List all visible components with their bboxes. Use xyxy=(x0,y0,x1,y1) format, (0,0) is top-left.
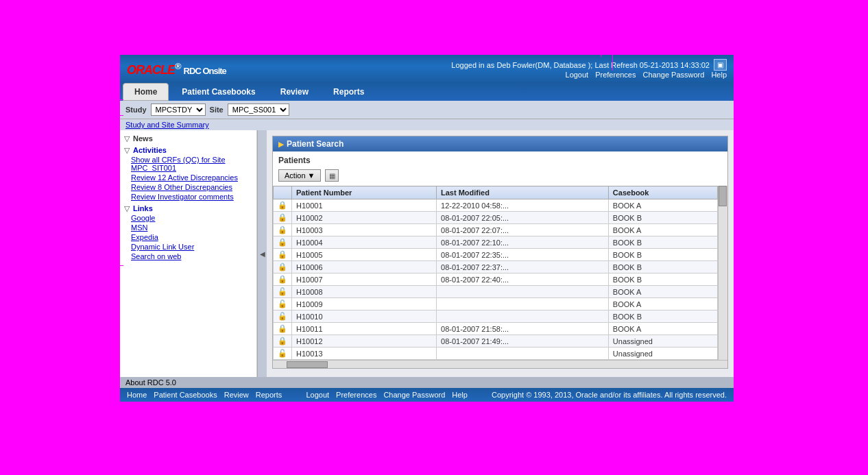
tab-reports[interactable]: Reports xyxy=(322,83,376,101)
table-row[interactable]: 🔒 H10003 08-01-2007 22:07:... BOOK A xyxy=(274,224,718,236)
logo-area: ORACLE® RDC Onsite xyxy=(127,61,226,77)
site-select[interactable]: MPC_SS001 xyxy=(228,103,289,116)
last-modified-cell xyxy=(437,348,609,360)
footer-reports-link[interactable]: Reports xyxy=(256,391,282,399)
patient-number-cell: H10002 xyxy=(292,212,437,224)
scrollbar-thumb[interactable] xyxy=(719,186,727,206)
patient-number-cell: H10012 xyxy=(292,335,437,348)
tab-patient-casebooks[interactable]: Patient Casebooks xyxy=(170,83,267,101)
table-row[interactable]: 🔒 H10012 08-01-2007 21:49:... Unassigned xyxy=(274,335,718,348)
tab-review[interactable]: Review xyxy=(269,83,320,101)
table-row[interactable]: 🔓 H10008 BOOK A xyxy=(274,286,718,298)
patient-search-title: Patient Search xyxy=(287,139,343,149)
table-row[interactable]: 🔒 H10001 12-22-2010 04:58:... BOOK A xyxy=(274,199,718,212)
vertical-scrollbar[interactable] xyxy=(718,186,727,360)
h-scrollbar-thumb[interactable] xyxy=(287,361,328,368)
footer-casebooks-link[interactable]: Patient Casebooks xyxy=(154,391,217,399)
table-row[interactable]: 🔓 H10013 Unassigned xyxy=(274,348,718,360)
footer-review-link[interactable]: Review xyxy=(224,391,249,399)
change-password-link-header[interactable]: Change Password xyxy=(642,71,704,79)
patient-table: Patient Number Last Modified Casebook 🔒 … xyxy=(273,186,718,360)
table-row[interactable]: 🔒 H10005 08-01-2007 22:35:... BOOK B xyxy=(274,249,718,261)
links-section: ▽ Links Google MSN Expedia Dynamic Link … xyxy=(124,204,252,261)
casebook-cell: BOOK A xyxy=(608,298,717,310)
casebook-cell: BOOK B xyxy=(608,261,717,273)
last-modified-cell: 12-22-2010 04:58:... xyxy=(437,199,609,212)
tab-home[interactable]: Home xyxy=(123,83,169,101)
action-label: Action xyxy=(285,171,306,180)
sidebar-link-expedia[interactable]: Expedia xyxy=(124,232,252,242)
footer-change-password-link[interactable]: Change Password xyxy=(383,391,445,399)
patient-search-header: ▶ Patient Search xyxy=(273,136,727,151)
news-title: News xyxy=(133,134,153,143)
expand-icon[interactable]: ▶ xyxy=(278,141,284,148)
session-information-annotation: Session Information xyxy=(790,69,863,77)
status-cell: 🔒 xyxy=(274,261,292,273)
last-modified-cell: 08-01-2007 22:05:... xyxy=(437,212,609,224)
table-row[interactable]: 🔓 H10009 BOOK A xyxy=(274,298,718,310)
activities-section: ▽ Activities Show all CRFs (QC) for Site… xyxy=(124,146,252,202)
sidebar-link-dynamic[interactable]: Dynamic Link User xyxy=(124,242,252,252)
study-summary-link[interactable]: Study and Site Summary xyxy=(120,119,734,130)
table-row[interactable]: 🔓 H10010 BOOK B xyxy=(274,310,718,323)
action-button[interactable]: Action ▼ xyxy=(278,169,321,182)
casebook-cell: BOOK B xyxy=(608,273,717,286)
collapse-arrow[interactable]: ◀ xyxy=(257,130,267,377)
about-text: About RDC 5.0 xyxy=(125,378,176,387)
casebook-cell: Unassigned xyxy=(608,335,717,348)
links-triangle: ▽ xyxy=(124,204,130,212)
header-right: Logged in as Deb Fowler(DM, Database ); … xyxy=(451,59,727,79)
study-site-bar: Study MPCSTDY Site MPC_SS001 xyxy=(120,101,734,119)
right-panel: ▶ Patient Search Patients Action ▼ ▦ xyxy=(267,130,734,377)
last-modified-cell xyxy=(437,298,609,310)
table-row[interactable]: 🔒 H10006 08-01-2007 22:37:... BOOK B xyxy=(274,261,718,273)
sidebar-link-crfs[interactable]: Show all CRFs (QC) for Site MPC_SIT001 xyxy=(124,155,252,173)
session-text: Logged in as Deb Fowler(DM, Database ); … xyxy=(451,61,710,69)
status-cell: 🔒 xyxy=(274,273,292,286)
sidebar-link-search-web[interactable]: Search on web xyxy=(124,252,252,261)
global-links-top-label: Global Links xyxy=(555,22,601,30)
footer-preferences-link[interactable]: Preferences xyxy=(336,391,376,399)
casebook-cell: Unassigned xyxy=(608,348,717,360)
casebook-cell: BOOK B xyxy=(608,310,717,323)
table-row[interactable]: 🔒 H10007 08-01-2007 22:40:... BOOK B xyxy=(274,273,718,286)
session-info: Logged in as Deb Fowler(DM, Database ); … xyxy=(451,59,727,71)
casebook-cell: BOOK B xyxy=(608,212,717,224)
current-page-annotation: Current Page xyxy=(7,260,54,269)
status-cell: 🔓 xyxy=(274,310,292,323)
logout-link-header[interactable]: Logout xyxy=(566,71,589,79)
oracle-logo: ORACLE® RDC Onsite xyxy=(127,61,226,77)
casebook-cell: BOOK A xyxy=(608,286,717,298)
sidebar-link-msn[interactable]: MSN xyxy=(124,223,252,232)
global-links-annotation-bottom: Global Links xyxy=(494,430,539,461)
casebook-cell: BOOK A xyxy=(608,199,717,212)
preferences-link-header[interactable]: Preferences xyxy=(595,71,636,79)
footer-home-link[interactable]: Home xyxy=(127,391,147,399)
study-label: Study xyxy=(125,106,147,114)
site-label: Site xyxy=(210,106,224,114)
table-row[interactable]: 🔒 H10004 08-01-2007 22:10:... BOOK B xyxy=(274,236,718,249)
product-name: RDC Onsite xyxy=(184,66,226,76)
horizontal-scrollbar[interactable] xyxy=(273,360,727,368)
sidebar-link-discrepancies-active[interactable]: Review 12 Active Discrepancies xyxy=(124,173,252,182)
footer-help-link[interactable]: Help xyxy=(452,391,468,399)
patient-number-cell: H10006 xyxy=(292,261,437,273)
table-row[interactable]: 🔒 H10002 08-01-2007 22:05:... BOOK B xyxy=(274,212,718,224)
sidebar-link-google[interactable]: Google xyxy=(124,213,252,223)
spreadsheet-icon[interactable]: ▦ xyxy=(325,169,339,182)
global-links-line-top xyxy=(612,40,613,71)
col-patient-number: Patient Number xyxy=(292,186,437,199)
status-cell: 🔒 xyxy=(274,199,292,212)
help-link-header[interactable]: Help xyxy=(711,71,727,79)
left-sidebar: ▽ News ▽ Activities Show all CRFs (QC) f… xyxy=(120,130,257,377)
action-toolbar: Action ▼ ▦ xyxy=(273,168,727,186)
footer-logout-link[interactable]: Logout xyxy=(306,391,329,399)
study-select[interactable]: MPCSTDY xyxy=(151,103,206,116)
sidebar-link-discrepancies-other[interactable]: Review 8 Other Discrepancies xyxy=(124,182,252,192)
page-tabs-annotation: Page Tabs xyxy=(5,95,43,103)
current-study-annotation: Current Study and Site xyxy=(5,110,56,126)
table-row[interactable]: 🔒 H10011 08-01-2007 21:58:... BOOK A xyxy=(274,323,718,335)
patient-number-cell: H10005 xyxy=(292,249,437,261)
sidebar-link-investigator[interactable]: Review Investigator comments xyxy=(124,192,252,202)
about-bar: About RDC 5.0 xyxy=(120,377,734,388)
